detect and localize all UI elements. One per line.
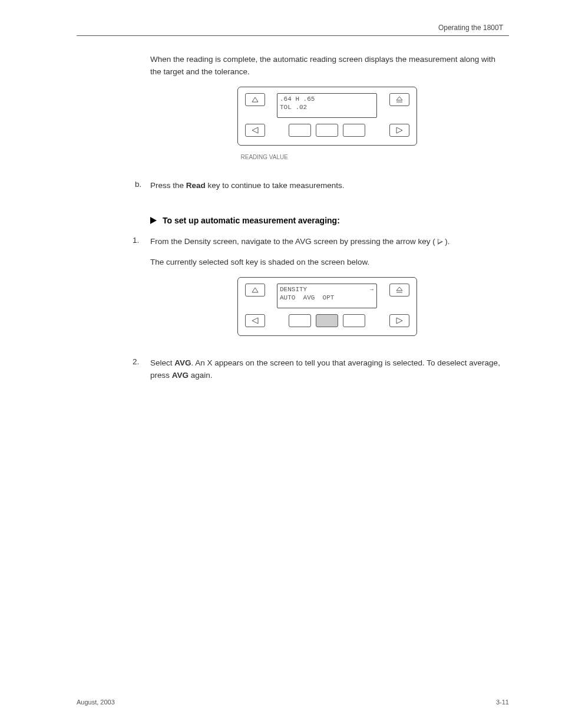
eject-button[interactable] <box>389 93 409 106</box>
device-panel-1: .64 H .65 TOL .02 <box>237 87 417 146</box>
svg-marker-6 <box>396 287 402 291</box>
arrow-right-icon <box>438 239 443 245</box>
triangle-up-icon <box>251 96 259 103</box>
right-button[interactable] <box>389 124 409 137</box>
triangle-right-icon <box>395 317 404 324</box>
eject-button[interactable] <box>389 284 409 297</box>
footer-page-number: 3-11 <box>496 699 509 706</box>
svg-marker-0 <box>252 97 258 102</box>
softkey-1[interactable] <box>289 124 311 137</box>
lcd-line2: TOL .02 <box>280 104 307 111</box>
triangle-right-icon <box>395 127 404 134</box>
read-key-name: Read <box>186 181 206 190</box>
device-panel-2: →DENSITY AUTO AVG OPT <box>237 277 417 336</box>
substep-b: b. Press the Read key to continue to tak… <box>150 180 504 192</box>
step-number: 2. <box>133 357 139 366</box>
substep-text: Press the Read key to continue to take m… <box>150 180 504 192</box>
svg-marker-9 <box>396 318 402 324</box>
eject-icon <box>395 286 404 294</box>
page-footer: August, 2003 3-11 <box>0 699 562 706</box>
substep-label: b. <box>135 180 141 189</box>
softkey-row <box>286 314 368 327</box>
svg-marker-1 <box>396 97 402 100</box>
reading-value-label: READING VALUE <box>241 154 288 160</box>
step-1: 1. From the Density screen, navigate to … <box>150 236 504 269</box>
svg-marker-3 <box>252 127 258 133</box>
svg-marker-5 <box>252 288 258 292</box>
right-button[interactable] <box>389 314 409 327</box>
left-button[interactable] <box>245 124 265 137</box>
svg-marker-8 <box>252 318 258 324</box>
lcd-arrow-icon: → <box>370 286 373 294</box>
step-number: 1. <box>133 236 139 245</box>
step-2: 2. Select AVG. An X appears on the scree… <box>150 357 504 382</box>
triangle-left-icon <box>251 317 259 324</box>
header-rule <box>77 35 509 36</box>
avg-key-name: AVG <box>174 358 191 367</box>
lcd-line2: AUTO AVG OPT <box>280 294 334 301</box>
softkey-3[interactable] <box>343 124 365 137</box>
up-button[interactable] <box>245 284 265 297</box>
intro-paragraph: When the reading is complete, the automa… <box>150 54 504 78</box>
lcd-line1: .64 H .65 <box>280 95 315 103</box>
page-header: Operating the 1800T <box>77 24 509 32</box>
eject-icon <box>395 96 404 103</box>
step2-text: Select AVG. An X appears on the screen t… <box>150 357 504 382</box>
footer-date: August, 2003 <box>77 699 115 706</box>
procedure-heading: To set up automatic measurement averagin… <box>150 216 504 225</box>
lcd-screen: .64 H .65 TOL .02 <box>277 93 377 118</box>
avg-key-name-2: AVG <box>172 371 189 380</box>
lcd-screen: →DENSITY AUTO AVG OPT <box>277 284 377 308</box>
triangle-bullet-icon <box>150 217 157 224</box>
lcd-line1: DENSITY <box>280 286 307 293</box>
triangle-left-icon <box>251 127 259 134</box>
softkey-row <box>286 124 368 137</box>
softkey-2[interactable] <box>316 124 338 137</box>
step1-text: From the Density screen, navigate to the… <box>150 236 504 248</box>
softkey-opt[interactable] <box>343 314 365 327</box>
triangle-up-icon <box>251 286 259 294</box>
svg-marker-4 <box>396 127 402 133</box>
left-button[interactable] <box>245 314 265 327</box>
step1-note: The currently selected soft key is shade… <box>150 256 504 269</box>
up-button[interactable] <box>245 93 265 106</box>
softkey-avg[interactable] <box>316 314 338 327</box>
softkey-auto[interactable] <box>289 314 311 327</box>
